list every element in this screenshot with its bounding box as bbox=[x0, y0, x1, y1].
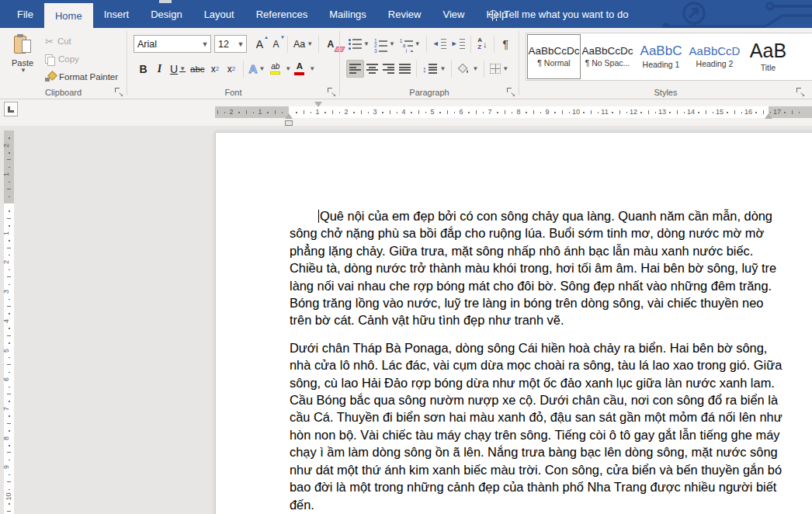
numbering-button[interactable]: 123 ▼ bbox=[372, 35, 397, 53]
multilevel-list-icon: 1ai bbox=[400, 39, 413, 50]
font-name-combo[interactable]: Arial ▼ bbox=[134, 35, 211, 53]
line-spacing-icon: ↕ bbox=[422, 64, 427, 74]
style-preview: AaBbCcD bbox=[689, 45, 741, 57]
decrease-indent-button[interactable]: ◄ bbox=[430, 35, 449, 53]
change-case-button[interactable]: Aa▼ bbox=[291, 35, 315, 53]
clipboard-dialog-launcher[interactable] bbox=[114, 87, 123, 96]
clear-formatting-button[interactable]: A bbox=[322, 35, 338, 53]
right-indent-marker[interactable] bbox=[765, 109, 772, 119]
underline-button[interactable]: U▼ bbox=[168, 60, 188, 78]
ruler-tick bbox=[583, 112, 585, 113]
ruler-tick bbox=[640, 112, 642, 113]
font-color-button[interactable]: A bbox=[291, 60, 307, 78]
text-effects-button[interactable]: A▼ bbox=[247, 60, 268, 78]
sort-button[interactable]: AZ ↓ bbox=[474, 35, 491, 53]
copy-button[interactable]: Copy bbox=[42, 50, 121, 68]
style--no-spac-[interactable]: AaBbCcDc¶ No Spac... bbox=[581, 34, 634, 79]
ruler-tick bbox=[512, 112, 513, 113]
tab-stop-selector[interactable] bbox=[4, 102, 18, 116]
tab-references[interactable]: References bbox=[245, 0, 318, 28]
copy-icon bbox=[45, 54, 54, 64]
tab-review[interactable]: Review bbox=[377, 0, 432, 28]
document-text[interactable]: Quê nội của em đẹp bởi có con sông chảy … bbox=[290, 207, 786, 513]
left-indent-marker[interactable] bbox=[285, 120, 293, 126]
justify-button[interactable] bbox=[397, 60, 413, 78]
tell-me-box[interactable]: Tell me what you want to do bbox=[489, 0, 628, 28]
ruler-number: 12 bbox=[630, 108, 637, 116]
ruler-tick bbox=[612, 112, 613, 113]
style-preview: AaBbCcDc bbox=[581, 46, 633, 57]
text-line: trên bờ cát. Cảnh vật hữu tình đẹp như t… bbox=[290, 311, 786, 328]
style--normal[interactable]: AaBbCcDc¶ Normal bbox=[527, 34, 581, 79]
tab-layout[interactable]: Layout bbox=[193, 0, 245, 28]
align-left-button[interactable] bbox=[346, 60, 364, 78]
show-formatting-button[interactable]: ¶ bbox=[498, 35, 514, 53]
font-dialog-launcher[interactable] bbox=[327, 87, 335, 96]
subscript-button[interactable]: x2 bbox=[207, 60, 224, 78]
grow-font-button[interactable]: A bbox=[252, 35, 268, 53]
strikethrough-button[interactable]: abc bbox=[188, 60, 207, 78]
tab-view[interactable]: View bbox=[432, 0, 475, 28]
tab-home[interactable]: Home bbox=[44, 3, 93, 28]
horizontal-ruler[interactable]: 211234567891011121314151617 bbox=[215, 106, 812, 118]
align-center-button[interactable] bbox=[364, 60, 380, 78]
align-right-button[interactable] bbox=[380, 60, 397, 78]
cut-button[interactable]: ✂ Cut bbox=[42, 33, 121, 50]
ruler-tick bbox=[9, 460, 10, 461]
ruler-tick bbox=[282, 112, 283, 113]
ruler-tick bbox=[9, 255, 10, 256]
clear-formatting-glyph: A bbox=[327, 39, 334, 50]
decrease-indent-icon: ◄ bbox=[432, 39, 446, 50]
paste-button[interactable]: Paste ▼ bbox=[6, 33, 39, 92]
shrink-font-button[interactable]: A bbox=[268, 35, 284, 53]
underline-glyph: U bbox=[170, 63, 178, 75]
borders-button[interactable]: ▼ bbox=[488, 60, 511, 78]
hanging-indent-marker[interactable] bbox=[285, 109, 293, 119]
bold-button[interactable]: B bbox=[135, 60, 151, 78]
italic-button[interactable]: I bbox=[151, 60, 168, 78]
ruler-tick bbox=[497, 112, 498, 113]
ruler-number: 1 bbox=[3, 231, 10, 235]
left-tab-icon bbox=[8, 106, 14, 113]
ruler-tick bbox=[7, 218, 11, 219]
ruler-tick bbox=[439, 112, 441, 113]
shading-button[interactable]: ▼ bbox=[455, 60, 481, 78]
text-line: hòn non bộ. Vài chiếc tàu máy chạy trên … bbox=[290, 426, 786, 443]
style-heading-2[interactable]: AaBbCcDHeading 2 bbox=[688, 34, 741, 79]
style-label: Heading 1 bbox=[643, 60, 680, 69]
tab-file[interactable]: File bbox=[6, 0, 44, 28]
tab-insert[interactable]: Insert bbox=[93, 0, 141, 28]
ruler-tick bbox=[9, 474, 10, 476]
styles-dialog-launcher[interactable] bbox=[796, 87, 804, 96]
ruler-tick bbox=[353, 112, 355, 113]
format-painter-button[interactable]: Format Painter bbox=[42, 68, 121, 85]
tab-design[interactable]: Design bbox=[140, 0, 193, 28]
separator bbox=[416, 61, 417, 78]
ribbon: Paste ▼ ✂ Cut Copy Format Painter Clipbo… bbox=[0, 28, 812, 99]
ruler-tick bbox=[698, 112, 699, 113]
multilevel-list-button[interactable]: 1ai ▼ bbox=[397, 35, 423, 53]
ruler-tick bbox=[9, 387, 10, 388]
document-page[interactable]: Quê nội của em đẹp bởi có con sông chảy … bbox=[215, 132, 812, 514]
style-heading-1[interactable]: AaBbCHeading 1 bbox=[634, 34, 688, 79]
separator bbox=[484, 61, 484, 78]
highlight-button[interactable]: ab bbox=[267, 60, 283, 78]
style-title[interactable]: AaBTitle bbox=[741, 34, 795, 79]
vertical-ruler[interactable]: 2112345678910 bbox=[4, 130, 14, 514]
tab-mailings[interactable]: Mailings bbox=[318, 0, 377, 28]
style-partial[interactable]: A bbox=[795, 34, 812, 79]
ruler-tick bbox=[368, 112, 370, 113]
ruler-tick bbox=[339, 112, 341, 113]
bullets-button[interactable]: ▼ bbox=[346, 35, 372, 53]
font-size-caret-icon: ▼ bbox=[235, 40, 246, 48]
ruler-tick bbox=[554, 112, 556, 113]
paragraph-group: ▼ 123 ▼ 1ai ▼ ◄ ► AZ ↓ ¶ bbox=[340, 28, 519, 99]
line-spacing-button[interactable]: ↕ ▼ bbox=[420, 60, 448, 78]
paragraph-dialog-launcher[interactable] bbox=[506, 87, 515, 96]
font-size-combo[interactable]: 12 ▼ bbox=[214, 35, 247, 53]
superscript-button[interactable]: x2 bbox=[224, 60, 240, 78]
font-name-value: Arial bbox=[134, 39, 200, 50]
scissors-icon: ✂ bbox=[45, 36, 54, 47]
increase-indent-button[interactable]: ► bbox=[449, 35, 467, 53]
ruler-tick bbox=[9, 152, 10, 154]
